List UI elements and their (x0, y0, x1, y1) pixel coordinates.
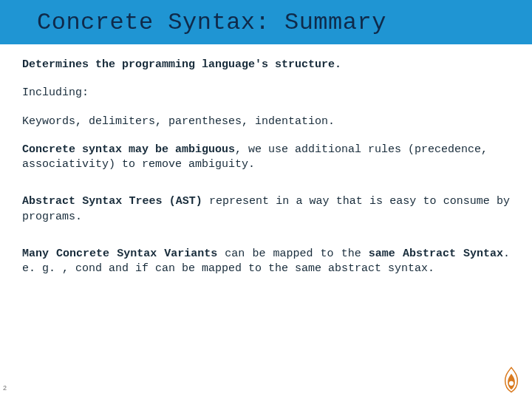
para-ambiguous: Concrete syntax may be ambiguous, we use… (22, 143, 510, 173)
text-variants-3: and (102, 262, 135, 275)
title-bar: Concrete Syntax: Summary (0, 0, 532, 44)
flame-logo-icon (501, 366, 522, 393)
text-variants-4: can be mapped to the same abstract synta… (149, 262, 434, 275)
slide-content: Determines the programming language's st… (0, 44, 532, 276)
para-variants: Many Concrete Syntax Variants can be map… (22, 247, 510, 277)
para-ast: Abstract Syntax Trees (AST) represent in… (22, 194, 510, 225)
svg-point-0 (509, 381, 514, 386)
text-ambiguous-bold: Concrete syntax may be ambiguous (22, 143, 235, 156)
text-if: if (135, 262, 149, 275)
slide-title: Concrete Syntax: Summary (37, 9, 386, 36)
para-including: Including: (22, 86, 510, 100)
page-number: 2 (3, 384, 7, 392)
text-variants-bold1: Many Concrete Syntax Variants (22, 248, 217, 260)
para-determines: Determines the programming language's st… (22, 58, 510, 72)
text-ast-bold: Abstract Syntax Trees (AST) (22, 195, 202, 208)
text-variants-1: can be mapped to the (217, 248, 369, 260)
text-cond: cond (75, 262, 102, 275)
para-keywords: Keywords, delimiters, parentheses, inden… (22, 115, 510, 129)
text-variants-bold2: same Abstract Syntax (369, 248, 503, 260)
